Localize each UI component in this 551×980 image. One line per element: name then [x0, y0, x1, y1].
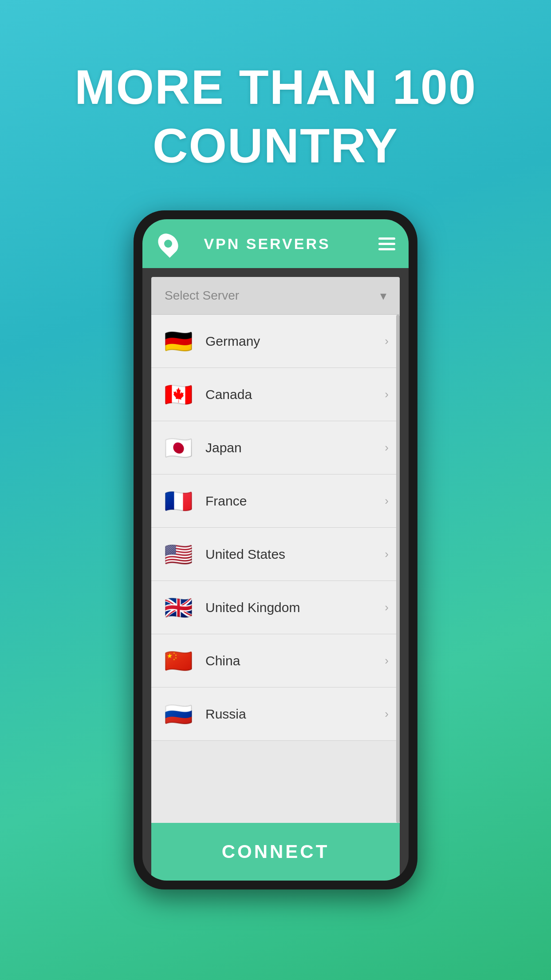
country-name-russia: Russia [205, 707, 385, 722]
chevron-right-uk: › [385, 601, 389, 614]
hamburger-line-2 [378, 243, 395, 245]
country-item-france[interactable]: 🇫🇷 France › [151, 474, 400, 528]
flag-russia: 🇷🇺 [162, 698, 194, 730]
chevron-right-japan: › [385, 441, 389, 454]
hamburger-line-3 [378, 248, 395, 250]
flag-uk: 🇬🇧 [162, 592, 194, 624]
connect-label: CONNECT [222, 841, 330, 862]
country-name-japan: Japan [205, 440, 385, 455]
flag-japan: 🇯🇵 [162, 432, 194, 464]
country-item-canada[interactable]: 🇨🇦 Canada › [151, 368, 400, 421]
app-title: VPN SERVERS [180, 235, 354, 253]
country-name-germany: Germany [205, 334, 385, 349]
country-item-germany[interactable]: 🇩🇪 Germany › [151, 315, 400, 368]
flag-china: 🇨🇳 [162, 645, 194, 677]
country-name-france: France [205, 494, 385, 509]
phone-inner: VPN SERVERS Select Server ▾ 🇩🇪 Germany › [142, 219, 409, 881]
chevron-right-germany: › [385, 334, 389, 348]
connect-button[interactable]: CONNECT [151, 823, 400, 881]
app-bar: VPN SERVERS [142, 219, 409, 268]
select-server-label: Select Server [165, 288, 380, 303]
country-list: 🇩🇪 Germany › 🇨🇦 Canada › 🇯🇵 Japan › 🇫🇷 [151, 315, 400, 823]
headline-line2: COUNTRY [153, 118, 398, 173]
location-pin-icon [156, 232, 180, 256]
country-name-china: China [205, 653, 385, 668]
chevron-right-us: › [385, 547, 389, 561]
country-name-canada: Canada [205, 387, 385, 402]
chevron-right-china: › [385, 654, 389, 668]
chevron-down-icon: ▾ [380, 288, 386, 303]
country-item-us[interactable]: 🇺🇸 United States › [151, 528, 400, 581]
flag-germany: 🇩🇪 [162, 325, 194, 357]
flag-france: 🇫🇷 [162, 485, 194, 517]
headline: MORE THAN 100 COUNTRY [75, 58, 476, 175]
hamburger-menu-button[interactable] [378, 237, 395, 250]
country-name-uk: United Kingdom [205, 600, 385, 615]
country-item-china[interactable]: 🇨🇳 China › [151, 634, 400, 688]
hamburger-line-1 [378, 237, 395, 240]
app-content: Select Server ▾ 🇩🇪 Germany › 🇨🇦 Canada ›… [142, 268, 409, 881]
chevron-right-canada: › [385, 387, 389, 401]
chevron-right-france: › [385, 494, 389, 508]
flag-canada: 🇨🇦 [162, 379, 194, 411]
chevron-right-russia: › [385, 707, 389, 721]
country-item-uk[interactable]: 🇬🇧 United Kingdom › [151, 581, 400, 634]
country-name-us: United States [205, 547, 385, 562]
select-server-dropdown[interactable]: Select Server ▾ [151, 277, 400, 315]
headline-line1: MORE THAN 100 [75, 59, 476, 114]
phone-wrapper: VPN SERVERS Select Server ▾ 🇩🇪 Germany › [134, 210, 417, 889]
country-item-japan[interactable]: 🇯🇵 Japan › [151, 421, 400, 474]
country-item-russia[interactable]: 🇷🇺 Russia › [151, 688, 400, 741]
flag-us: 🇺🇸 [162, 538, 194, 570]
